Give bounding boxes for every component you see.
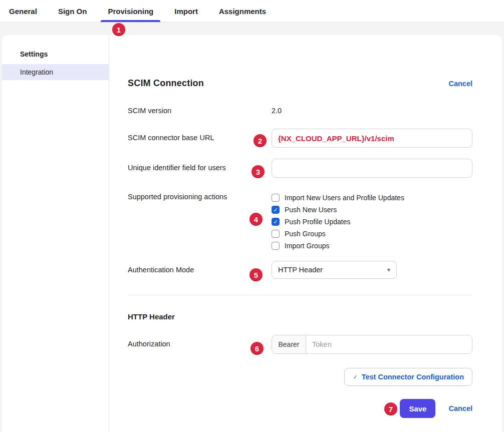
unique-id-input[interactable] — [272, 159, 472, 178]
base-url-row: SCIM connector base URL — [128, 129, 472, 148]
checkbox-label: Import New Users and Profile Updates — [285, 194, 404, 202]
annotation-badge-2: 2 — [254, 134, 267, 147]
unique-id-label: Unique identifier field for users — [128, 159, 272, 178]
checkbox-icon[interactable] — [272, 218, 280, 226]
unique-id-row: Unique identifier field for users — [128, 159, 472, 178]
section-divider — [128, 295, 472, 295]
provisioning-actions-list: Import New Users and Profile Updates Pus… — [272, 192, 404, 252]
base-url-label: SCIM connector base URL — [128, 129, 272, 148]
checkbox-row-import-new-users[interactable]: Import New Users and Profile Updates — [272, 192, 404, 204]
authorization-row: Authorization Bearer — [128, 335, 472, 354]
tab-assignments[interactable]: Assignments — [218, 0, 267, 22]
annotation-badge-7: 7 — [384, 402, 397, 415]
settings-sidebar: Settings Integration — [2, 35, 109, 432]
page-title: SCIM Connection — [128, 78, 204, 89]
annotation-badge-1: 1 — [112, 23, 125, 36]
checkbox-row-push-groups[interactable]: Push Groups — [272, 228, 404, 240]
auth-mode-selected-value: HTTP Header — [278, 266, 323, 274]
authorization-label: Authorization — [128, 335, 272, 354]
form-header: SCIM Connection Cancel — [128, 78, 472, 89]
chevron-down-icon: ▾ — [387, 266, 390, 273]
sidebar-item-integration[interactable]: Integration — [2, 64, 109, 80]
annotation-badge-5: 5 — [249, 268, 263, 281]
checkbox-icon[interactable] — [272, 230, 280, 238]
save-button[interactable]: Save — [400, 399, 435, 418]
authorization-token-group: Bearer — [272, 335, 472, 354]
scim-version-value: 2.0 — [272, 107, 282, 115]
test-connector-button[interactable]: ✓ Test Connector Configuration — [344, 368, 472, 386]
http-header-section-title: HTTP Header — [128, 312, 472, 321]
auth-mode-row: Authentication Mode HTTP Header ▾ — [128, 261, 472, 279]
form-actions-row: Save Cancel — [128, 399, 472, 418]
checkbox-icon[interactable] — [272, 242, 280, 250]
bearer-prefix: Bearer — [272, 335, 306, 353]
checkbox-label: Import Groups — [285, 242, 329, 250]
annotation-badge-3: 3 — [251, 165, 265, 178]
cancel-link-top[interactable]: Cancel — [448, 80, 472, 88]
test-connector-row: ✓ Test Connector Configuration — [128, 368, 472, 386]
checkbox-row-import-groups[interactable]: Import Groups — [272, 240, 404, 252]
provisioning-panel: Settings Integration SCIM Connection Can… — [2, 35, 502, 432]
scim-version-label: SCIM version — [128, 107, 272, 115]
checkbox-icon[interactable] — [272, 206, 280, 214]
checkbox-icon[interactable] — [272, 194, 280, 202]
provisioning-actions-row: Supported provisioning actions Import Ne… — [128, 192, 472, 252]
checkbox-label: Push New Users — [285, 206, 337, 214]
auth-mode-select[interactable]: HTTP Header ▾ — [272, 261, 397, 279]
base-url-input[interactable] — [272, 129, 472, 148]
test-connector-label: Test Connector Configuration — [362, 373, 464, 381]
checkbox-label: Push Profile Updates — [285, 218, 351, 226]
check-icon: ✓ — [353, 374, 357, 380]
checkbox-row-push-profile-updates[interactable]: Push Profile Updates — [272, 216, 404, 228]
scim-connection-form: SCIM Connection Cancel SCIM version 2.0 … — [109, 35, 502, 432]
annotation-badge-6: 6 — [250, 342, 264, 355]
token-input[interactable] — [306, 335, 472, 353]
scim-version-row: SCIM version 2.0 — [128, 107, 472, 115]
tab-provisioning[interactable]: Provisioning — [107, 0, 154, 22]
checkbox-label: Push Groups — [285, 230, 326, 238]
sidebar-heading: Settings — [2, 50, 109, 64]
annotation-badge-4: 4 — [249, 213, 263, 226]
tab-import[interactable]: Import — [173, 0, 199, 22]
cancel-link-bottom[interactable]: Cancel — [448, 404, 472, 412]
tab-sign-on[interactable]: Sign On — [57, 0, 88, 22]
tab-general[interactable]: General — [8, 0, 38, 22]
checkbox-row-push-new-users[interactable]: Push New Users — [272, 204, 404, 216]
top-tab-bar: General Sign On Provisioning Import Assi… — [0, 0, 504, 23]
